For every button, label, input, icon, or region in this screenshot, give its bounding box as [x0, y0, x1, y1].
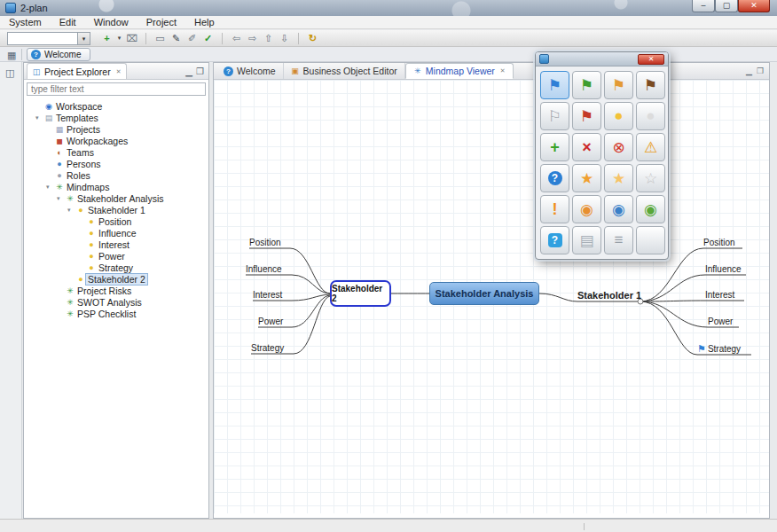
mindmap-canvas[interactable]: Stakeholder Analysis Stakeholder 2 Stake…	[214, 80, 769, 513]
project-explorer-tab[interactable]: ◫ Project Explorer ✕	[27, 63, 127, 79]
pin-gray-cell[interactable]: ⚐	[540, 102, 569, 130]
delete-cell[interactable]: ×	[572, 133, 601, 161]
menu-edit[interactable]: Edit	[59, 17, 76, 27]
star-empty-cell[interactable]: ☆	[636, 164, 665, 192]
back-button[interactable]: ⇦	[230, 31, 243, 45]
new-button[interactable]: +	[100, 31, 114, 45]
down-button[interactable]: ⇩	[278, 31, 291, 45]
medal-blue-cell[interactable]: ◉	[604, 195, 633, 223]
menu-system[interactable]: System	[9, 17, 42, 27]
tree-item-power[interactable]: ●Power	[24, 250, 208, 262]
database-cell[interactable]: ▤	[572, 226, 601, 254]
flag-brown-icon: ⚑	[644, 76, 657, 95]
branch-strategy-left[interactable]: Strategy	[251, 343, 284, 353]
combo-dropdown-icon[interactable]: ▾	[77, 33, 90, 44]
mindmap-root-node[interactable]: Stakeholder Analysis	[429, 282, 539, 305]
perspective-switcher-icon[interactable]: ▦	[7, 50, 16, 61]
palette-titlebar[interactable]: ✕	[536, 52, 668, 66]
lightbulb-on-cell[interactable]: ●	[604, 102, 633, 130]
flag-brown-cell[interactable]: ⚑	[636, 71, 665, 99]
exclamation-cell[interactable]: !	[540, 195, 569, 223]
tree-item-swot-analysis[interactable]: ✳SWOT Analysis	[24, 296, 208, 308]
tree-item-projects[interactable]: ▦Projects	[24, 123, 208, 135]
tree-item-project-risks[interactable]: ✳Project Risks	[24, 285, 208, 296]
maximize-editor-icon[interactable]: ❐	[757, 66, 764, 75]
help-cell[interactable]: ?	[540, 164, 569, 192]
error-cell[interactable]: ⊗	[604, 133, 633, 161]
branch-strategy-right[interactable]: ⚑ Strategy	[697, 343, 741, 355]
tree-item-workpackages[interactable]: ◼Workpackages	[24, 135, 208, 146]
close-tab-icon[interactable]: ✕	[500, 67, 506, 74]
close-view-icon[interactable]: ✕	[116, 68, 122, 75]
branch-influence-left[interactable]: Influence	[246, 264, 282, 274]
minimize-button[interactable]: –	[692, 0, 715, 12]
tree-item-influence[interactable]: ●Influence	[24, 227, 208, 239]
marker-button[interactable]: ✐	[185, 31, 199, 45]
branch-power-right[interactable]: Power	[708, 317, 733, 326]
star-half-cell[interactable]: ★	[604, 164, 633, 192]
menu-help[interactable]: Help	[194, 17, 215, 27]
flag-blue-cell[interactable]: ⚑	[540, 71, 569, 99]
tab-mindmap-viewer[interactable]: ✳ Mindmap Viewer ✕	[405, 63, 514, 79]
branch-interest-right[interactable]: Interest	[705, 290, 734, 300]
edit-button[interactable]: ✎	[169, 31, 183, 45]
tree-item-interest[interactable]: ●Interest	[24, 239, 208, 250]
tree-item-persons[interactable]: ●Persons	[24, 158, 208, 169]
delete-button[interactable]: ⌧	[125, 31, 138, 45]
branch-power-left[interactable]: Power	[258, 317, 283, 326]
up-button[interactable]: ⇧	[262, 31, 275, 45]
add-cell[interactable]: +	[540, 133, 569, 161]
empty-cell[interactable]	[636, 226, 665, 254]
tree-item-stakeholder-2[interactable]: ●Stakeholder 2	[24, 273, 208, 285]
tab-welcome[interactable]: ? Welcome	[216, 63, 284, 79]
tab-business-object-editor[interactable]: ▣ Business Object Editor	[284, 63, 405, 79]
mindmap-node-stakeholder-1[interactable]: Stakeholder 1	[577, 290, 641, 301]
project-selector-combo[interactable]: ▾	[7, 32, 90, 45]
branch-influence-right[interactable]: Influence	[705, 264, 742, 274]
medal-green-cell[interactable]: ◉	[636, 195, 665, 223]
flag-red-cell[interactable]: ⚑	[572, 102, 601, 130]
tree-item-templates[interactable]: ▾▤Templates	[24, 112, 208, 123]
new-dropdown-icon[interactable]: ▾	[116, 31, 122, 45]
topic-icon: ●	[87, 229, 96, 238]
branch-interest-left[interactable]: Interest	[253, 290, 282, 300]
tree-item-psp-checklist[interactable]: ✳PSP Checklist	[24, 308, 208, 319]
window-titlebar[interactable]: 2-plan – ▢ ✕	[0, 0, 777, 16]
branch-position-left[interactable]: Position	[249, 238, 281, 247]
mindmap-node-stakeholder-2[interactable]: Stakeholder 2	[330, 280, 391, 307]
maximize-view-icon[interactable]: ❐	[196, 66, 204, 76]
menu-project[interactable]: Project	[146, 17, 177, 27]
branch-position-right[interactable]: Position	[703, 238, 735, 247]
tree-item-strategy[interactable]: ●Strategy	[24, 262, 208, 273]
tree-item-teams[interactable]: ◐Teams	[24, 146, 208, 158]
palette-close-button[interactable]: ✕	[638, 54, 664, 65]
minimize-editor-icon[interactable]: ▁	[746, 66, 752, 75]
exclamation-icon: !	[553, 200, 558, 219]
refresh-button[interactable]: ↻	[306, 31, 319, 45]
tree-item-mindmaps[interactable]: ▾✳Mindmaps	[24, 181, 208, 192]
tree-item-position[interactable]: ●Position	[24, 215, 208, 227]
forward-button[interactable]: ⇨	[246, 31, 259, 45]
filter-input[interactable]	[27, 82, 206, 96]
warning-cell[interactable]: ⚠	[636, 133, 665, 161]
menu-window[interactable]: Window	[94, 17, 129, 27]
validate-button[interactable]: ✓	[201, 31, 215, 45]
tree-item-stakeholder-analysis[interactable]: ▾✳Stakeholder Analysis	[24, 192, 208, 204]
flag-green-cell[interactable]: ⚑	[572, 71, 601, 99]
perspective-welcome-button[interactable]: ? Welcome	[27, 48, 90, 61]
tree-item-workspace[interactable]: ◉Workspace	[24, 100, 208, 112]
tree-item-stakeholder-1[interactable]: ▾●Stakeholder 1	[24, 204, 208, 215]
tree-item-roles[interactable]: ●Roles	[24, 169, 208, 181]
question-bubble-cell[interactable]: ?	[540, 226, 569, 254]
close-button[interactable]: ✕	[738, 0, 770, 12]
star-cell[interactable]: ★	[572, 164, 601, 192]
show-view-button[interactable]: ▭	[153, 31, 167, 45]
fast-view-icon[interactable]: ◫	[5, 67, 21, 79]
lightbulb-off-cell[interactable]: ●	[636, 102, 665, 130]
medal-orange-cell[interactable]: ◉	[572, 195, 601, 223]
flag-orange-cell[interactable]: ⚑	[604, 71, 633, 99]
list-cell[interactable]: ≡	[604, 226, 633, 254]
minimize-view-icon[interactable]: ▁	[185, 66, 192, 76]
maximize-button[interactable]: ▢	[715, 0, 738, 12]
fast-view-bar: ◫	[0, 62, 22, 519]
